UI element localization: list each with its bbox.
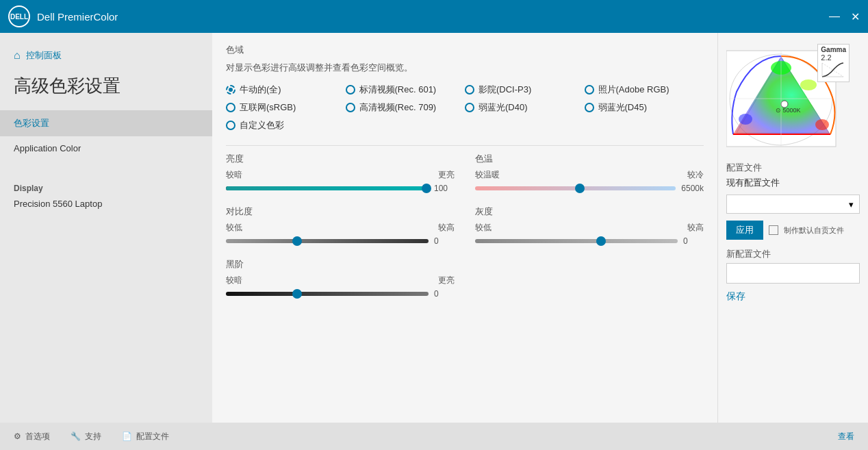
radio-adobe-rgb[interactable]: 照片(Adobe RGB) xyxy=(585,84,704,96)
radio-label-auto: 牛动的(全) xyxy=(240,84,281,96)
radio-label-rec601: 标清视频(Rec. 601) xyxy=(359,84,437,96)
support-label: 支持 xyxy=(85,431,101,442)
radio-auto[interactable]: 牛动的(全) xyxy=(226,84,346,96)
colortemp-track[interactable] xyxy=(475,186,676,190)
gamma-curve-svg xyxy=(821,62,845,79)
brightness-group: 亮度 较暗 更亮 100 xyxy=(226,153,455,193)
colortemp-slider-wrapper: 6500k xyxy=(475,184,704,193)
radio-circle-rec601 xyxy=(346,85,355,95)
sliders-row-2: 对比度 较低 较高 0 灰度 较低 较高 xyxy=(226,205,704,246)
radio-d45[interactable]: 弱蓝光(D45) xyxy=(585,101,704,114)
radio-circle-adobe-rgb xyxy=(585,85,594,95)
gray-value: 0 xyxy=(683,236,704,246)
colortemp-range: 较温暖 较冷 xyxy=(475,169,704,181)
radio-rec709[interactable]: 高清视频(Rec. 709) xyxy=(346,101,465,114)
svg-text:⊙ 5000K: ⊙ 5000K xyxy=(776,107,801,114)
dell-logo: DELL xyxy=(8,5,30,27)
preferences-icon: ⚙ xyxy=(14,432,21,441)
home-nav[interactable]: ⌂ 控制面板 xyxy=(0,44,212,67)
gray-label: 灰度 xyxy=(475,205,704,218)
gray-thumb[interactable] xyxy=(596,236,606,246)
section-desc: 对显示色彩进行高级调整并查看色彩空间概览。 xyxy=(226,62,704,74)
footer-support[interactable]: 🔧 支持 xyxy=(71,431,101,442)
contrast-min: 较低 xyxy=(226,222,242,234)
view-label: 查看 xyxy=(838,432,854,441)
window-controls: — ✕ xyxy=(829,10,860,23)
sidebar-item-application-color[interactable]: Application Color xyxy=(0,136,212,160)
gamut-diagram: ⊙ 5000K Gamma 2.2 xyxy=(726,44,850,153)
radio-dci-p3[interactable]: 影院(DCI-P3) xyxy=(465,84,585,96)
config-label: 配置文件 xyxy=(136,431,169,442)
gray-range: 较低 较高 xyxy=(475,222,704,234)
brightness-max: 更亮 xyxy=(438,169,455,181)
config-icon: 📄 xyxy=(122,432,132,441)
blacklevel-value: 0 xyxy=(434,289,455,299)
brightness-min: 较暗 xyxy=(226,169,242,181)
minimize-button[interactable]: — xyxy=(829,10,840,23)
apply-checkbox[interactable] xyxy=(769,225,778,235)
apply-check-label: 制作默认自贡文件 xyxy=(784,225,844,236)
radio-d40[interactable]: 弱蓝光(D40) xyxy=(465,101,585,114)
radio-label-d45: 弱蓝光(D45) xyxy=(598,101,648,114)
blacklevel-thumb[interactable] xyxy=(292,289,302,299)
gray-max: 较高 xyxy=(687,222,704,234)
colortemp-label: 色温 xyxy=(475,153,704,165)
home-icon: ⌂ xyxy=(14,49,21,62)
gamma-title: Gamma xyxy=(821,46,846,53)
radio-circle-d40 xyxy=(465,103,474,112)
radio-label-custom: 自定义色彩 xyxy=(240,119,284,132)
svg-point-5 xyxy=(739,114,752,125)
colortemp-thumb[interactable] xyxy=(575,184,585,193)
radio-circle-rec709 xyxy=(346,103,355,112)
radio-label-d40: 弱蓝光(D40) xyxy=(478,101,528,114)
footer-config[interactable]: 📄 配置文件 xyxy=(122,431,169,442)
right-panel: ⊙ 5000K Gamma 2.2 配置文件 现有配置文件 ▾ xyxy=(717,33,868,423)
footer-view[interactable]: 查看 xyxy=(838,431,854,442)
brightness-label: 亮度 xyxy=(226,153,455,165)
sliders-row-1: 亮度 较暗 更亮 100 色温 较温暖 较冷 xyxy=(226,153,704,193)
contrast-group: 对比度 较低 较高 0 xyxy=(226,205,455,246)
brightness-value: 100 xyxy=(434,184,455,193)
display-name: Precision 5560 Laptop xyxy=(0,196,212,212)
radio-rec601[interactable]: 标清视频(Rec. 601) xyxy=(346,84,465,96)
support-icon: 🔧 xyxy=(71,432,81,441)
colortemp-group: 色温 较温暖 较冷 6500k xyxy=(475,153,704,193)
apply-row: 应用 制作默认自贡文件 xyxy=(726,221,860,240)
home-label: 控制面板 xyxy=(26,49,62,62)
radio-srgb[interactable]: 互联网(sRGB) xyxy=(226,101,346,114)
close-button[interactable]: ✕ xyxy=(851,10,860,23)
brightness-track[interactable] xyxy=(226,186,429,190)
radio-circle-srgb xyxy=(226,103,235,112)
radio-custom[interactable]: 自定义色彩 xyxy=(226,119,346,132)
contrast-track[interactable] xyxy=(226,239,429,243)
brightness-thumb[interactable] xyxy=(422,184,431,193)
gray-track[interactable] xyxy=(475,239,678,243)
footer-preferences[interactable]: ⚙ 首选项 xyxy=(14,431,50,442)
display-section-label: Display xyxy=(0,174,212,196)
color-space-options: 牛动的(全) 标清视频(Rec. 601) 影院(DCI-P3) 照片(Adob… xyxy=(226,84,704,132)
colortemp-max: 较冷 xyxy=(687,169,704,181)
contrast-range: 较低 较高 xyxy=(226,222,455,234)
blacklevel-group: 黑阶 较暗 更亮 0 xyxy=(226,258,455,299)
contrast-thumb[interactable] xyxy=(292,236,302,246)
new-profile-input[interactable] xyxy=(726,263,860,284)
blacklevel-max: 更亮 xyxy=(438,275,455,286)
contrast-label: 对比度 xyxy=(226,205,455,218)
dropdown-arrow-icon: ▾ xyxy=(849,199,854,210)
sidebar-item-color-settings[interactable]: 色彩设置 xyxy=(0,110,212,136)
app-title: Dell PremierColor xyxy=(37,11,829,23)
new-profile-label: 新配置文件 xyxy=(726,248,860,260)
save-button[interactable]: 保存 xyxy=(726,290,745,303)
blacklevel-slider-wrapper: 0 xyxy=(226,289,455,299)
blacklevel-track[interactable] xyxy=(226,292,429,296)
gamma-label: Gamma 2.2 xyxy=(817,44,850,82)
radio-circle-d45 xyxy=(585,103,594,112)
apply-button[interactable]: 应用 xyxy=(726,221,763,240)
brightness-slider-wrapper: 100 xyxy=(226,184,455,193)
gray-min: 较低 xyxy=(475,222,492,234)
profile-dropdown[interactable]: ▾ xyxy=(726,195,860,214)
titlebar: DELL Dell PremierColor — ✕ xyxy=(0,0,868,33)
sidebar: ⌂ 控制面板 高级色彩设置 色彩设置 Application Color Dis… xyxy=(0,33,212,423)
radio-circle-dci-p3 xyxy=(465,85,474,95)
blacklevel-label: 黑阶 xyxy=(226,258,455,271)
